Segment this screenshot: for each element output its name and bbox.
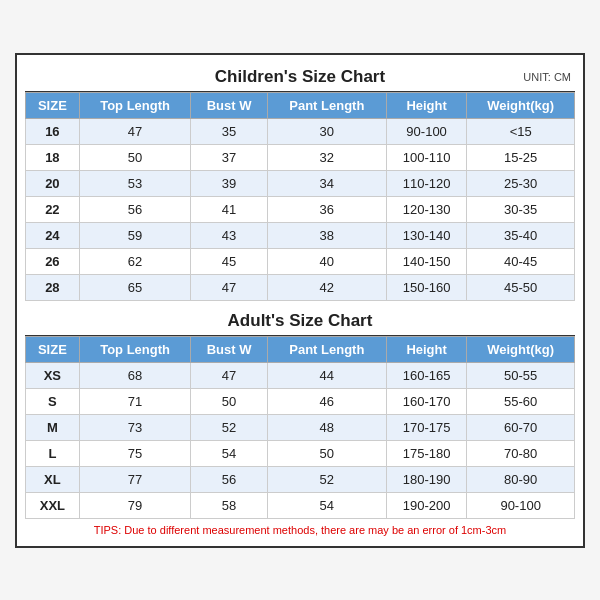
adult-cell-r5-c5: 90-100 <box>467 492 575 518</box>
cell-r5-c1: 62 <box>79 248 191 274</box>
cell-r4-c2: 43 <box>191 222 267 248</box>
adult-cell-r5-c1: 79 <box>79 492 191 518</box>
adult-cell-r4-c4: 180-190 <box>386 466 466 492</box>
table-row: XS684744160-16550-55 <box>26 362 575 388</box>
adult-cell-r1-c4: 160-170 <box>386 388 466 414</box>
cell-r2-c2: 39 <box>191 170 267 196</box>
cell-r2-c5: 25-30 <box>467 170 575 196</box>
table-row: 26624540140-15040-45 <box>26 248 575 274</box>
table-row: XXL795854190-20090-100 <box>26 492 575 518</box>
cell-r2-c1: 53 <box>79 170 191 196</box>
cell-r2-c3: 34 <box>267 170 386 196</box>
cell-r1-c4: 100-110 <box>386 144 466 170</box>
adult-col-header-bust-w: Bust W <box>191 336 267 362</box>
table-row: 18503732100-11015-25 <box>26 144 575 170</box>
cell-r0-c3: 30 <box>267 118 386 144</box>
cell-r0-c5: <15 <box>467 118 575 144</box>
adult-table: SIZE Top Length Bust W Pant Length Heigh… <box>25 336 575 519</box>
adult-cell-r0-c3: 44 <box>267 362 386 388</box>
adult-col-header-size: SIZE <box>26 336 80 362</box>
cell-r3-c3: 36 <box>267 196 386 222</box>
cell-r3-c1: 56 <box>79 196 191 222</box>
adult-cell-r0-c0: XS <box>26 362 80 388</box>
cell-r6-c2: 47 <box>191 274 267 300</box>
cell-r0-c2: 35 <box>191 118 267 144</box>
cell-r4-c0: 24 <box>26 222 80 248</box>
adult-cell-r5-c2: 58 <box>191 492 267 518</box>
children-table: SIZE Top Length Bust W Pant Length Heigh… <box>25 92 575 301</box>
adult-cell-r1-c5: 55-60 <box>467 388 575 414</box>
cell-r5-c0: 26 <box>26 248 80 274</box>
cell-r4-c5: 35-40 <box>467 222 575 248</box>
cell-r2-c0: 20 <box>26 170 80 196</box>
adult-cell-r1-c1: 71 <box>79 388 191 414</box>
adult-cell-r4-c1: 77 <box>79 466 191 492</box>
adult-col-header-pant-length: Pant Length <box>267 336 386 362</box>
adult-cell-r2-c4: 170-175 <box>386 414 466 440</box>
adult-cell-r2-c0: M <box>26 414 80 440</box>
adult-header-row: SIZE Top Length Bust W Pant Length Heigh… <box>26 336 575 362</box>
adult-col-header-weight: Weight(kg) <box>467 336 575 362</box>
adult-cell-r2-c1: 73 <box>79 414 191 440</box>
table-row: XL775652180-19080-90 <box>26 466 575 492</box>
adult-cell-r2-c5: 60-70 <box>467 414 575 440</box>
cell-r1-c0: 18 <box>26 144 80 170</box>
cell-r6-c4: 150-160 <box>386 274 466 300</box>
cell-r6-c3: 42 <box>267 274 386 300</box>
cell-r6-c5: 45-50 <box>467 274 575 300</box>
adult-cell-r3-c5: 70-80 <box>467 440 575 466</box>
cell-r3-c5: 30-35 <box>467 196 575 222</box>
adult-cell-r1-c2: 50 <box>191 388 267 414</box>
table-row: 28654742150-16045-50 <box>26 274 575 300</box>
cell-r5-c5: 40-45 <box>467 248 575 274</box>
children-header-row: SIZE Top Length Bust W Pant Length Heigh… <box>26 92 575 118</box>
children-title-row: Children's Size Chart UNIT: CM <box>25 63 575 92</box>
adult-cell-r3-c4: 175-180 <box>386 440 466 466</box>
col-header-height: Height <box>386 92 466 118</box>
children-tbody: 1647353090-100<1518503732100-11015-25205… <box>26 118 575 300</box>
adult-cell-r0-c5: 50-55 <box>467 362 575 388</box>
adult-cell-r5-c3: 54 <box>267 492 386 518</box>
cell-r5-c2: 45 <box>191 248 267 274</box>
adult-cell-r1-c3: 46 <box>267 388 386 414</box>
table-row: 20533934110-12025-30 <box>26 170 575 196</box>
table-row: 24594338130-14035-40 <box>26 222 575 248</box>
adult-cell-r3-c2: 54 <box>191 440 267 466</box>
cell-r1-c1: 50 <box>79 144 191 170</box>
col-header-bust-w: Bust W <box>191 92 267 118</box>
table-row: 22564136120-13030-35 <box>26 196 575 222</box>
cell-r0-c4: 90-100 <box>386 118 466 144</box>
adult-cell-r3-c0: L <box>26 440 80 466</box>
adult-title: Adult's Size Chart <box>228 311 373 331</box>
cell-r1-c5: 15-25 <box>467 144 575 170</box>
adult-cell-r5-c0: XXL <box>26 492 80 518</box>
adult-cell-r4-c5: 80-90 <box>467 466 575 492</box>
col-header-size: SIZE <box>26 92 80 118</box>
cell-r1-c2: 37 <box>191 144 267 170</box>
adult-title-row: Adult's Size Chart <box>25 307 575 336</box>
adult-cell-r3-c1: 75 <box>79 440 191 466</box>
children-title: Children's Size Chart <box>215 67 385 87</box>
cell-r4-c1: 59 <box>79 222 191 248</box>
adult-cell-r0-c2: 47 <box>191 362 267 388</box>
adult-col-header-top-length: Top Length <box>79 336 191 362</box>
cell-r3-c0: 22 <box>26 196 80 222</box>
col-header-top-length: Top Length <box>79 92 191 118</box>
cell-r5-c3: 40 <box>267 248 386 274</box>
adult-cell-r3-c3: 50 <box>267 440 386 466</box>
table-row: 1647353090-100<15 <box>26 118 575 144</box>
col-header-pant-length: Pant Length <box>267 92 386 118</box>
cell-r1-c3: 32 <box>267 144 386 170</box>
chart-container: Children's Size Chart UNIT: CM SIZE Top … <box>15 53 585 548</box>
adult-cell-r4-c2: 56 <box>191 466 267 492</box>
tips-row: TIPS: Due to different measurement metho… <box>25 519 575 538</box>
adult-cell-r5-c4: 190-200 <box>386 492 466 518</box>
adult-cell-r2-c2: 52 <box>191 414 267 440</box>
cell-r2-c4: 110-120 <box>386 170 466 196</box>
adult-cell-r0-c4: 160-165 <box>386 362 466 388</box>
cell-r5-c4: 140-150 <box>386 248 466 274</box>
cell-r4-c3: 38 <box>267 222 386 248</box>
table-row: M735248170-17560-70 <box>26 414 575 440</box>
cell-r3-c4: 120-130 <box>386 196 466 222</box>
unit-label: UNIT: CM <box>523 71 571 83</box>
